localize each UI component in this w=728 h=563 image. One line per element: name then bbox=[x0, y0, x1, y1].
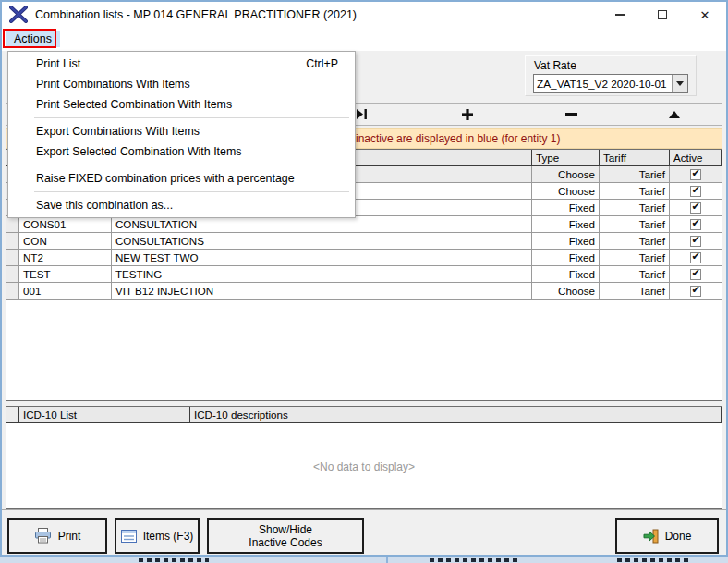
title-bar: Combination lists - MP 014 GENERAL PRACT… bbox=[2, 2, 726, 28]
active-checkbox[interactable] bbox=[690, 202, 701, 214]
menu-item-raise-fixed-prices[interactable]: Raise FIXED combination prices with a pe… bbox=[8, 168, 355, 189]
combination-lists-dialog: Combination lists - MP 014 GENERAL PRACT… bbox=[0, 0, 728, 557]
close-button[interactable]: ✕ bbox=[684, 2, 726, 28]
active-checkbox[interactable] bbox=[690, 219, 701, 230]
cell-type: Fixed bbox=[532, 233, 600, 249]
cell-code: NT2 bbox=[19, 250, 112, 265]
actions-dropdown-menu: Print List Ctrl+P Print Combinations Wit… bbox=[7, 51, 356, 218]
cell-type: Choose bbox=[532, 183, 600, 199]
background-text-fragment bbox=[617, 558, 689, 562]
active-checkbox[interactable] bbox=[690, 186, 701, 197]
cell-type: Choose bbox=[532, 166, 600, 182]
active-checkbox[interactable] bbox=[690, 269, 701, 280]
menu-item-label: Print Combinations With Items bbox=[36, 78, 190, 91]
vat-rate-panel: Vat Rate ZA_VAT15_V2 2020-10-01 bbox=[525, 55, 697, 96]
cell-tariff: Tarief bbox=[600, 166, 670, 182]
active-checkbox[interactable] bbox=[690, 169, 701, 180]
window-controls: ✕ bbox=[599, 2, 726, 28]
table-row[interactable]: NT2 NEW TEST TWO Fixed Tarief bbox=[6, 250, 722, 266]
menu-item-save-combination-as[interactable]: Save this combination as... bbox=[8, 195, 355, 215]
print-button[interactable]: Print bbox=[7, 518, 107, 554]
minimize-icon bbox=[615, 14, 625, 16]
edit-up-button[interactable] bbox=[662, 105, 686, 123]
show-hide-label-line2: Inactive Codes bbox=[249, 536, 322, 549]
table-row[interactable]: CONS01 CONSULTATION Fixed Tarief bbox=[6, 216, 722, 233]
table-row[interactable]: CON CONSULTATIONS Fixed Tarief bbox=[6, 233, 722, 250]
info-bar-text: inactive are displayed in blue (for enti… bbox=[356, 132, 560, 145]
cell-description: TESTING bbox=[112, 266, 532, 282]
cell-type: Choose bbox=[532, 283, 600, 299]
maximize-button[interactable] bbox=[641, 2, 684, 28]
menu-item-shortcut: Ctrl+P bbox=[306, 57, 338, 70]
done-button[interactable]: Done bbox=[615, 518, 719, 554]
active-checkbox[interactable] bbox=[690, 252, 701, 263]
row-indicator bbox=[6, 266, 19, 282]
screen: Combination lists - MP 014 GENERAL PRACT… bbox=[0, 0, 728, 563]
maximize-icon bbox=[658, 10, 667, 19]
menu-item-print-combinations-with-items[interactable]: Print Combinations With Items bbox=[8, 74, 355, 94]
close-icon: ✕ bbox=[700, 8, 710, 22]
delete-record-button[interactable] bbox=[559, 105, 583, 123]
minus-icon bbox=[565, 113, 577, 116]
row-indicator bbox=[6, 283, 19, 299]
header-tariff: Tariff bbox=[600, 150, 670, 165]
cell-type: Fixed bbox=[532, 200, 600, 215]
cell-description: CONSULTATIONS bbox=[112, 233, 532, 249]
cell-description: CONSULTATION bbox=[112, 216, 532, 232]
vat-rate-value: ZA_VAT15_V2 2020-10-01 bbox=[534, 78, 672, 91]
window-title: Combination lists - MP 014 GENERAL PRACT… bbox=[35, 8, 357, 21]
cell-tariff: Tarief bbox=[600, 266, 670, 282]
icd-header-list: ICD-10 List bbox=[19, 407, 190, 422]
menu-item-label: Print List bbox=[36, 57, 80, 70]
table-row[interactable]: TEST TESTING Fixed Tarief bbox=[6, 266, 722, 283]
insert-record-button[interactable] bbox=[455, 105, 479, 123]
print-button-label: Print bbox=[58, 530, 81, 543]
menu-item-print-list[interactable]: Print List Ctrl+P bbox=[8, 54, 355, 74]
cell-code: TEST bbox=[19, 266, 112, 282]
cell-description: VIT B12 INJECTION bbox=[112, 283, 532, 299]
bottom-bar: Print Items (F3) Show/Hide Inactive Code… bbox=[2, 509, 726, 555]
show-hide-inactive-button[interactable]: Show/Hide Inactive Codes bbox=[207, 518, 364, 554]
cell-tariff: Tarief bbox=[600, 283, 670, 299]
cell-code: CONS01 bbox=[19, 216, 112, 232]
menu-item-label: Export Combinations With Items bbox=[36, 125, 200, 138]
icd-header-descriptions: ICD-10 descriptions bbox=[190, 407, 722, 422]
cell-type: Fixed bbox=[532, 216, 600, 232]
plus-icon bbox=[462, 109, 473, 120]
active-checkbox[interactable] bbox=[690, 236, 701, 247]
triangle-up-icon bbox=[669, 111, 680, 118]
menu-item-label: Print Selected Combination With Items bbox=[36, 98, 232, 111]
vat-rate-label: Vat Rate bbox=[534, 59, 576, 72]
menu-item-export-combinations-with-items[interactable]: Export Combinations With Items bbox=[8, 121, 355, 141]
cell-code: 001 bbox=[19, 283, 112, 299]
vat-rate-combobox[interactable]: ZA_VAT15_V2 2020-10-01 bbox=[533, 74, 688, 93]
minimize-button[interactable] bbox=[599, 2, 641, 28]
row-indicator bbox=[6, 216, 19, 232]
cell-tariff: Tarief bbox=[600, 233, 670, 249]
table-row[interactable]: 001 VIT B12 INJECTION Choose Tarief bbox=[6, 283, 722, 300]
items-list-icon bbox=[121, 530, 137, 543]
cell-description: NEW TEST TWO bbox=[112, 250, 532, 265]
actions-menu[interactable]: Actions bbox=[6, 31, 60, 47]
row-indicator bbox=[6, 233, 19, 249]
cell-type: Fixed bbox=[532, 250, 600, 265]
background-divider bbox=[386, 557, 388, 563]
active-checkbox[interactable] bbox=[690, 286, 701, 297]
items-button-label: Items (F3) bbox=[143, 530, 194, 543]
cell-type: Fixed bbox=[532, 266, 600, 282]
background-text-fragment bbox=[139, 558, 209, 562]
menu-item-export-selected-combination-with-items[interactable]: Export Selected Combination With Items bbox=[8, 141, 355, 162]
printer-icon bbox=[34, 528, 52, 544]
menu-separator bbox=[34, 165, 349, 165]
menu-item-label: Raise FIXED combination prices with a pe… bbox=[36, 172, 295, 185]
cell-tariff: Tarief bbox=[600, 183, 670, 199]
background-window-strip bbox=[0, 557, 728, 563]
exit-door-icon bbox=[643, 529, 659, 544]
menu-item-label: Save this combination as... bbox=[36, 199, 173, 212]
items-button[interactable]: Items (F3) bbox=[115, 518, 200, 554]
menu-item-print-selected-combination-with-items[interactable]: Print Selected Combination With Items bbox=[8, 94, 355, 115]
cell-tariff: Tarief bbox=[600, 216, 670, 232]
vat-rate-dropdown-button[interactable] bbox=[672, 75, 687, 92]
done-button-label: Done bbox=[665, 530, 692, 543]
background-text-fragment bbox=[430, 558, 518, 562]
